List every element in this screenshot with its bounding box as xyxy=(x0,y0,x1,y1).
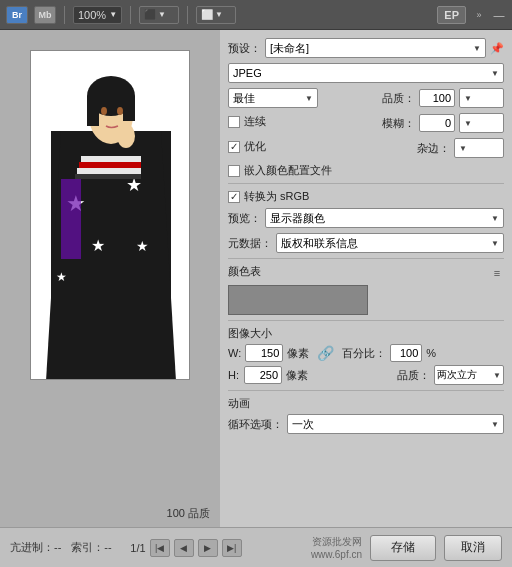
quality-value: 最佳 xyxy=(233,91,255,106)
nav-last-btn[interactable]: ▶| xyxy=(222,539,242,557)
preview-mode-row: 预览： 显示器颜色 ▼ xyxy=(228,208,504,228)
preset-dropdown[interactable]: [未命名] ▼ xyxy=(265,38,486,58)
svg-rect-12 xyxy=(61,179,81,259)
divider-2 xyxy=(228,258,504,259)
watermark-line2: www.6pf.cn xyxy=(250,548,362,561)
bottom-bar: 亢进制：-- 索引：-- 1/1 |◀ ◀ ▶ ▶| 资源批发网 www.6pf… xyxy=(0,527,512,567)
divider-1 xyxy=(228,183,504,184)
quality-num-dropdown[interactable]: ▼ xyxy=(459,88,504,108)
height-label: H: xyxy=(228,369,240,381)
preset-label: 预设： xyxy=(228,41,261,56)
metadata-dropdown[interactable]: 版权和联系信息 ▼ xyxy=(276,233,504,253)
optimize-label: 优化 xyxy=(244,139,276,154)
height-input[interactable] xyxy=(244,366,282,384)
width-input[interactable] xyxy=(245,344,283,362)
color-table-settings-icon[interactable]: ≡ xyxy=(490,266,504,280)
preset-arrow: ▼ xyxy=(473,44,481,53)
zoom-arrow: ▼ xyxy=(109,10,117,19)
height-row: H: 像素 品质： 两次立方 ▼ xyxy=(228,365,504,385)
quality-dropdown[interactable]: 最佳 ▼ xyxy=(228,88,318,108)
animation-label: 动画 xyxy=(228,396,504,411)
preview-image: ★ ★ ★ ★ ★ xyxy=(31,51,190,380)
svg-rect-11 xyxy=(75,174,141,179)
optimize-matte-row: 优化 杂边： ▼ xyxy=(228,138,504,158)
pct-unit: % xyxy=(426,347,436,359)
metadata-label: 元数据： xyxy=(228,236,272,251)
width-px-label: 像素 xyxy=(287,346,309,361)
toolbar-separator-3 xyxy=(187,6,188,24)
svg-rect-8 xyxy=(81,156,141,162)
nav-first-btn[interactable]: |◀ xyxy=(150,539,170,557)
quality-arrow: ▼ xyxy=(305,94,313,103)
preview-panel: ★ ★ ★ ★ ★ xyxy=(0,30,220,527)
format-row: JPEG ▼ xyxy=(228,63,504,83)
matte-dropdown[interactable]: ▼ xyxy=(454,138,504,158)
loop-label: 循环选项： xyxy=(228,417,283,432)
cancel-button[interactable]: 取消 xyxy=(444,535,502,561)
mb-icon[interactable]: Mb xyxy=(34,6,56,24)
toolbar-separator-1 xyxy=(64,6,65,24)
preview-dropdown[interactable]: 显示器颜色 ▼ xyxy=(265,208,504,228)
loop-dropdown[interactable]: 一次 ▼ xyxy=(287,414,504,434)
zoom-dropdown[interactable]: 100% ▼ xyxy=(73,6,122,24)
height-px-label: 像素 xyxy=(286,368,308,383)
format-value: JPEG xyxy=(233,67,262,79)
quality-num-input[interactable] xyxy=(419,89,455,107)
format-dropdown[interactable]: JPEG ▼ xyxy=(228,63,504,83)
ep-button[interactable]: EP xyxy=(437,6,466,24)
metadata-value: 版权和联系信息 xyxy=(281,236,358,251)
optimize-checkbox[interactable] xyxy=(228,141,240,153)
convert-srgb-checkbox[interactable] xyxy=(228,191,240,203)
view-dropdown[interactable]: ⬛ ▼ xyxy=(139,6,179,24)
loop-value: 一次 xyxy=(292,417,314,432)
svg-point-17 xyxy=(101,107,107,115)
blur-dropdown[interactable]: ▼ xyxy=(459,113,504,133)
svg-text:★: ★ xyxy=(56,270,67,284)
image-size-label: 图像大小 xyxy=(228,326,504,341)
blur-input[interactable] xyxy=(419,114,455,132)
page-nav-text: 1/1 xyxy=(130,542,145,554)
embed-profile-checkbox[interactable] xyxy=(228,165,240,177)
pct-label: 百分比： xyxy=(342,346,386,361)
progress-text: 亢进制：-- xyxy=(10,540,61,555)
continuous-checkbox[interactable] xyxy=(228,116,240,128)
toolbar-separator-2 xyxy=(130,6,131,24)
preset-row: 预设： [未命名] ▼ 📌 xyxy=(228,38,504,58)
color-table-header: 颜色表 ≡ xyxy=(228,264,504,282)
loop-row: 循环选项： 一次 ▼ xyxy=(228,414,504,434)
preset-pin-icon[interactable]: 📌 xyxy=(490,41,504,55)
save-button[interactable]: 存储 xyxy=(370,535,436,561)
svg-point-18 xyxy=(117,107,123,115)
br-icon[interactable]: Br xyxy=(6,6,28,24)
continuous-checkbox-row: 连续 xyxy=(228,114,276,129)
divider-3 xyxy=(228,320,504,321)
optimize-checkbox-row: 优化 xyxy=(228,139,276,154)
svg-rect-10 xyxy=(77,168,141,174)
convert-srgb-label: 转换为 sRGB xyxy=(244,189,309,204)
nav-area: 1/1 |◀ ◀ ▶ ▶| xyxy=(130,539,241,557)
toolbar-close-icon[interactable]: — xyxy=(492,8,506,22)
format-arrow: ▼ xyxy=(491,69,499,78)
svg-point-19 xyxy=(117,124,135,148)
embed-profile-label: 嵌入颜色配置文件 xyxy=(244,163,332,178)
metadata-row: 元数据： 版权和联系信息 ▼ xyxy=(228,233,504,253)
convert-srgb-row: 转换为 sRGB xyxy=(228,189,504,204)
bottom-left: 亢进制：-- 索引：-- xyxy=(10,540,122,555)
nav-prev-btn[interactable]: ◀ xyxy=(174,539,194,557)
pct-input[interactable] xyxy=(390,344,422,362)
quality-num-label: 品质： xyxy=(382,91,415,106)
svg-rect-15 xyxy=(87,96,99,126)
color-swatch xyxy=(228,285,368,315)
quality2-dropdown[interactable]: 两次立方 ▼ xyxy=(434,365,504,385)
nav-next-btn[interactable]: ▶ xyxy=(198,539,218,557)
layout-dropdown[interactable]: ⬜ ▼ xyxy=(196,6,236,24)
width-label: W: xyxy=(228,347,241,359)
preview-value: 显示器颜色 xyxy=(270,211,325,226)
zoom-value: 100% xyxy=(78,9,106,21)
svg-rect-9 xyxy=(79,162,141,168)
chain-icon: 🔗 xyxy=(317,346,334,360)
quality2-value: 两次立方 xyxy=(437,368,477,382)
blur-label: 模糊： xyxy=(382,116,415,131)
svg-rect-16 xyxy=(123,96,135,121)
toolbar-expand-icon[interactable]: » xyxy=(472,6,486,24)
